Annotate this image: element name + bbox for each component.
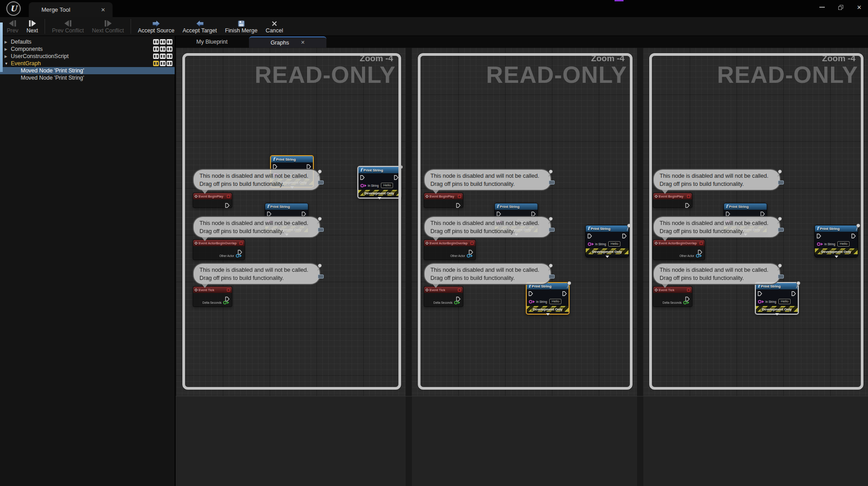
accept-source-button[interactable]: Accept Source [134, 17, 178, 36]
disabled-node-note: This node is disabled and will not be ca… [424, 169, 552, 191]
note-pointer [202, 190, 208, 194]
diff-compare-icon[interactable] [160, 39, 166, 45]
event-node-actor-overlap[interactable]: Event ActorBeginOverlapOther Actor [193, 239, 245, 260]
tab-close-icon[interactable]: ✕ [301, 40, 305, 45]
input-pin-row: In StringHello [586, 240, 628, 248]
diff-compare-icon[interactable] [153, 46, 159, 52]
print-string-node[interactable]: fPrint StringIn StringHelloDevelopment O… [814, 225, 858, 257]
exec-pin-icon [791, 291, 796, 296]
chevron-collapsed-icon[interactable]: ▶ [5, 47, 11, 51]
exec-pin-icon [817, 234, 821, 238]
note-badge-icon [549, 274, 555, 279]
sidebar-item-event-graph[interactable]: ▼EventGraph [0, 60, 175, 67]
pin-tack-icon[interactable] [546, 262, 555, 272]
data-pin-icon [529, 300, 535, 304]
disabled-marker-icon [227, 195, 230, 198]
note-line: Drag off pins to build functionality. [660, 180, 774, 188]
node-title: Event ActorBeginOverlap [429, 242, 468, 245]
event-node-begin-play[interactable]: Event BeginPlay [193, 193, 232, 208]
node-title: Print String [270, 205, 290, 209]
pin-label: In String [824, 243, 835, 246]
function-icon: f [267, 204, 269, 209]
sidebar-item-moved-node-1[interactable]: Moved Node 'Print String' [0, 67, 175, 74]
tab-my-blueprint[interactable]: My Blueprint [191, 36, 233, 48]
pin-tack-icon[interactable] [546, 215, 555, 225]
print-string-node[interactable]: fPrint StringIn StringHelloDevelopment O… [755, 282, 799, 315]
next-conflict-button[interactable]: Next Conflict [88, 17, 128, 36]
next-button[interactable]: Next [23, 17, 42, 36]
event-icon [425, 241, 429, 244]
chevron-collapsed-icon[interactable]: ▶ [5, 54, 11, 58]
chevron-expanded-icon[interactable]: ▼ [5, 62, 11, 66]
data-pin-icon [235, 254, 242, 258]
sidebar-item-components[interactable]: ▶Components [0, 45, 175, 53]
prev-button[interactable]: Prev [3, 17, 23, 36]
diff-compare-icon[interactable] [153, 54, 159, 59]
pin-tack-icon[interactable] [315, 168, 324, 178]
tab-graphs[interactable]: Graphs✕ [249, 36, 326, 48]
diff-compare-icon[interactable] [160, 61, 166, 66]
pin-tack-icon[interactable] [546, 168, 555, 178]
cancel-button[interactable]: Cancel [262, 17, 287, 36]
disabled-marker-icon [458, 288, 461, 292]
toolbar-separator [45, 19, 45, 34]
detail-panel-area [176, 396, 868, 486]
exec-pin-icon [360, 175, 365, 180]
pin-label: Other Actor [219, 254, 234, 257]
note-pointer [202, 237, 208, 241]
sidebar-item-defaults[interactable]: ▶Defaults [0, 38, 175, 45]
restore-button[interactable] [838, 5, 843, 10]
diff-compare-icon[interactable] [167, 46, 172, 52]
note-badge-icon [318, 274, 324, 279]
note-pointer [662, 190, 668, 194]
event-node-tick[interactable]: Event TickDelta Seconds [193, 286, 232, 307]
note-line: Drag off pins to build functionality. [199, 274, 314, 282]
close-button[interactable]: ✕ [857, 4, 862, 11]
sidebar-item-moved-node-2[interactable]: Moved Node 'Print String' [0, 74, 175, 81]
event-node-begin-play[interactable]: Event BeginPlay [653, 193, 692, 208]
event-node-tick[interactable]: Event TickDelta Seconds [424, 286, 463, 307]
event-node-actor-overlap[interactable]: Event ActorBeginOverlapOther Actor [424, 239, 476, 260]
node-header: Event BeginPlay [193, 193, 232, 199]
event-node-tick[interactable]: Event TickDelta Seconds [653, 286, 692, 307]
diff-compare-icon[interactable] [153, 61, 159, 66]
print-string-node[interactable]: fPrint StringIn StringHelloDevelopment O… [585, 225, 629, 257]
data-pin-icon [758, 300, 764, 304]
accept-target-button[interactable]: Accept Target [178, 17, 221, 36]
pin-tack-icon[interactable] [775, 215, 784, 225]
diff-compare-icon[interactable] [167, 54, 172, 59]
sidebar-item-user-construction-script[interactable]: ▶UserConstructionScript [0, 53, 175, 60]
disabled-marker-icon [240, 242, 243, 245]
diff-compare-icon[interactable] [167, 61, 172, 66]
pin-tack-icon[interactable] [775, 168, 784, 178]
prev-conflict-button[interactable]: Prev Conflict [48, 17, 88, 36]
merge-tool-tab[interactable]: Merge Tool ✕ [29, 2, 113, 17]
pin-tack-icon[interactable] [315, 262, 324, 272]
graph-viewport-panel-2[interactable]: Zoom -4READ-ONLYfPrint StringIn StringHe… [411, 48, 637, 396]
graph-viewport-panel-3[interactable]: Zoom -4READ-ONLYfPrint StringIn StringHe… [643, 48, 868, 396]
pin-label: In String [536, 300, 547, 303]
note-line: Drag off pins to build functionality. [199, 227, 314, 235]
pin-tack-icon[interactable] [775, 262, 784, 272]
data-pin-icon [683, 301, 690, 305]
finish-merge-label: Finish Merge [225, 27, 258, 34]
minimize-button[interactable] [819, 7, 825, 8]
event-node-actor-overlap[interactable]: Event ActorBeginOverlapOther Actor [653, 239, 705, 260]
finish-merge-button[interactable]: Finish Merge [221, 17, 262, 36]
data-pin-icon [454, 301, 461, 305]
diff-compare-icon[interactable] [160, 54, 166, 59]
chevron-collapsed-icon[interactable]: ▶ [5, 40, 11, 44]
diff-compare-icon[interactable] [153, 39, 159, 45]
merge-tool-tab-close-icon[interactable]: ✕ [101, 7, 105, 13]
event-node-begin-play[interactable]: Event BeginPlay [424, 193, 463, 208]
diff-compare-icon[interactable] [160, 46, 166, 52]
note-line: This node is disabled and will not be ca… [430, 172, 545, 180]
print-string-node[interactable]: fPrint StringIn StringHelloDevelopment O… [526, 282, 570, 315]
pin-label: In String [595, 243, 606, 246]
diff-compare-icon[interactable] [167, 39, 172, 45]
step-prev-icon [63, 19, 73, 27]
pin-tack-icon[interactable] [315, 215, 324, 225]
print-string-node[interactable]: fPrint StringIn StringHelloDevelopment O… [357, 166, 401, 198]
event-icon [655, 194, 658, 198]
graph-viewport-panel-1[interactable]: Zoom -4READ-ONLYfPrint StringIn StringHe… [176, 48, 406, 396]
